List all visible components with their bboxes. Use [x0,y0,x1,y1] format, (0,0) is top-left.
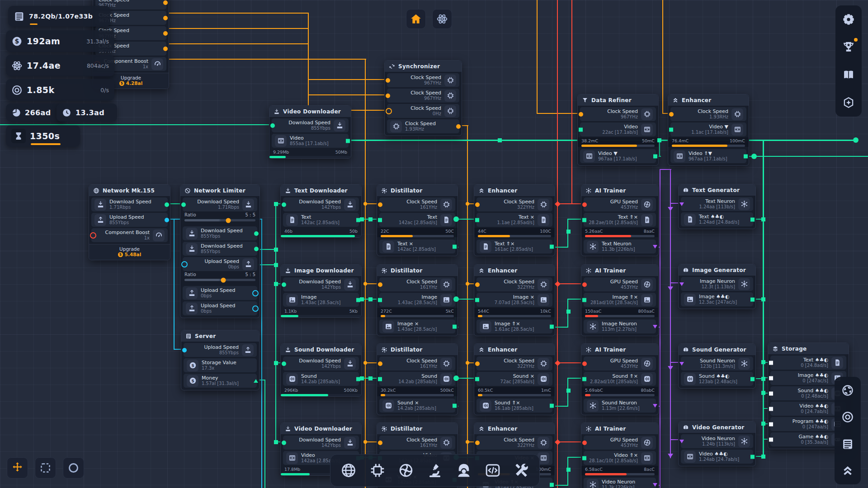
game-canvas[interactable]: Clock Speed1.93RHzClock Speed967YHzClock… [0,0,868,488]
node-data-refiner[interactable]: Data RefinerClock Speed967YHzVideo22ac [… [577,94,659,166]
dock-agent-button[interactable] [453,462,475,479]
port-green[interactable] [378,377,382,381]
port-red[interactable] [582,282,587,287]
node-ai-trainer-video[interactable]: AI TrainerGPU Speed453YHzVideo ⇑×28.1ac/… [581,422,659,488]
port-green[interactable] [750,455,755,459]
node-ai-trainer-sound[interactable]: AI TrainerGPU Speed453YHzSound ⇑×2.82ad/… [581,343,659,415]
dock-chip-button[interactable] [367,462,388,479]
port-orange[interactable] [475,202,480,207]
port-white[interactable] [769,391,773,395]
node-sound-downloader[interactable]: Sound DownloaderDownload Speed142YbpsSou… [280,343,362,397]
port-green[interactable] [750,377,755,381]
port-green[interactable] [378,218,382,222]
port-green[interactable] [550,404,554,408]
node-enhancer-sound[interactable]: EnhancerClock Speed322YHzSound ×72ac [28… [474,343,555,415]
node-server[interactable]: ServerUpload Speed855YbpsStorage Value17… [181,330,259,390]
port-green[interactable] [550,483,554,487]
node-synchronizer[interactable]: SynchronizerClock Speed967YHzClock Speed… [384,60,462,136]
port-purple[interactable] [653,325,657,328]
port-green[interactable] [282,441,286,445]
port-green[interactable] [582,456,586,460]
port-orange[interactable] [386,78,390,83]
database-button[interactable] [838,434,858,454]
port-orange[interactable] [163,0,168,5]
node-ai-trainer-text[interactable]: AI TrainerGPU Speed453YHzText ⇑×28.2ae/1… [581,184,659,256]
port-orange[interactable] [163,31,168,36]
port-cyan[interactable] [181,261,188,267]
book-button[interactable] [839,65,859,85]
port-orange[interactable] [669,112,674,117]
port-green[interactable] [378,298,382,302]
port-red[interactable] [582,441,587,445]
disc-button[interactable] [838,407,858,427]
port-green[interactable] [282,282,286,287]
node-network-limiter[interactable]: Network LimiterDownload Speed1.71RbpsRat… [180,184,260,318]
port-purple[interactable] [679,440,684,443]
port-green[interactable] [550,244,554,249]
node-enhancer-video-top[interactable]: EnhancerClock Speed1.93RHzVideo ▼1.1ac [… [668,94,749,166]
node-distillator-text[interactable]: DistillatorClock Speed161YHzText142ac [2… [377,184,458,256]
node-enhancer-text[interactable]: EnhancerClock Speed322YHzText ×1.1ae [2.… [474,184,555,256]
upgrade-button[interactable]: Upgrade$5.48al [89,244,170,260]
port-orange[interactable] [163,47,168,51]
port-green[interactable] [254,231,259,236]
port-red[interactable] [90,232,96,239]
port-green[interactable] [282,202,286,207]
port-green[interactable] [453,244,457,249]
port-white[interactable] [769,437,773,441]
port-orange[interactable] [378,282,382,287]
port-green[interactable] [181,202,186,207]
port-orange[interactable] [475,282,480,287]
node-image-downloader[interactable]: Image DownloaderDownload Speed142YbpsIma… [280,264,362,318]
port-green[interactable] [582,377,586,381]
port-green[interactable] [669,127,673,131]
ratio-knob[interactable] [226,218,231,223]
port-orange[interactable] [378,441,382,445]
ratio-knob[interactable] [221,277,226,282]
port-cyan[interactable] [182,348,187,352]
port-green[interactable] [270,123,275,128]
node-text-downloader[interactable]: Text DownloaderDownload Speed142YbpsText… [280,184,362,238]
port-red[interactable] [582,202,587,207]
hexagon-button[interactable] [839,93,859,113]
atom-button[interactable] [432,9,452,29]
home-button[interactable] [406,9,426,29]
port-green[interactable] [282,361,286,366]
port-purple[interactable] [679,362,684,366]
trophy-button[interactable] [839,37,859,57]
port-orange[interactable] [475,361,480,366]
node-sound-generator[interactable]: Sound GeneratorSound Neuron123b [11.3m/s… [678,343,756,389]
port-orange[interactable] [378,361,382,366]
port-purple[interactable] [679,282,684,286]
ratio-slider[interactable]: Ratio5 : 5 [180,271,259,285]
port-white[interactable] [769,376,773,380]
node-distillator-image[interactable]: DistillatorClock Speed161YHzImage1.43ac … [377,264,458,336]
port-green[interactable] [475,377,479,381]
dock-globe-button[interactable] [338,462,359,479]
dock-microscope-button[interactable] [424,462,446,479]
port-white[interactable] [769,407,773,411]
port-green[interactable] [346,139,350,143]
port-orange[interactable] [163,16,168,20]
ratio-slider[interactable]: Ratio5 : 5 [180,211,259,225]
port-green[interactable] [653,154,657,158]
ratio-track[interactable] [184,279,255,281]
port-green[interactable] [582,298,586,302]
node-text-generator[interactable]: Text GeneratorText Neuron1.24aa [113b/s]… [678,184,756,229]
port-green[interactable] [744,154,748,158]
port-green[interactable] [750,297,755,301]
port-purple[interactable] [653,404,657,408]
port-red[interactable] [582,361,587,366]
port-green[interactable] [750,217,755,221]
port-cyan[interactable] [252,290,259,296]
port-green[interactable] [582,218,586,222]
port-green[interactable] [165,202,169,207]
port-cyan[interactable] [252,305,259,312]
node-ai-trainer-image[interactable]: AI TrainerGPU Speed453YHzImage ⇑×281ad/1… [581,264,659,336]
port-orange[interactable] [579,112,583,117]
port-green[interactable] [453,404,457,408]
node-video-generator[interactable]: Video GeneratorVideo Neuron1.24b [113k/s… [678,421,756,466]
port-purple[interactable] [653,245,657,249]
dock-code-button[interactable] [482,462,504,479]
port-green[interactable] [550,324,554,328]
